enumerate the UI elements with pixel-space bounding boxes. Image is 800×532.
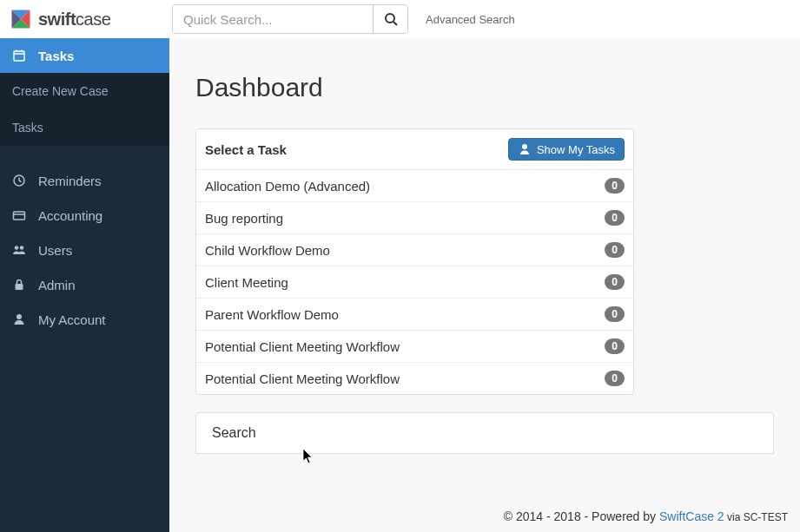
page-title: Dashboard [195, 73, 774, 102]
footer-via: via [724, 511, 744, 523]
sidebar-sub-tasks[interactable]: Tasks [0, 109, 169, 146]
task-row[interactable]: Bug reporting0 [196, 202, 633, 234]
sidebar-item-reminders[interactable]: Reminders [0, 163, 169, 198]
task-row[interactable]: Child Workflow Demo0 [196, 234, 633, 266]
sidebar-item-label: My Account [38, 312, 106, 327]
sidebar-sub-create-new-case[interactable]: Create New Case [0, 73, 169, 109]
sidebar-item-label: Accounting [38, 208, 102, 223]
quick-search-button[interactable] [373, 5, 407, 33]
clock-icon [12, 174, 26, 187]
task-row[interactable]: Client Meeting0 [196, 266, 633, 299]
user-icon [12, 312, 26, 326]
calendar-icon [12, 49, 26, 62]
logo-icon [9, 7, 33, 31]
user-icon [518, 142, 532, 156]
main-content: Dashboard Select a Task Show My Tasks Al… [169, 38, 800, 532]
svg-line-5 [393, 22, 397, 25]
sidebar-item-label: Users [38, 243, 72, 258]
show-my-tasks-button[interactable]: Show My Tasks [508, 138, 625, 161]
sidebar-item-label: Reminders [38, 174, 102, 188]
sidebar: Tasks Create New Case Tasks Reminders Ac… [0, 38, 169, 532]
advanced-search-link[interactable]: Advanced Search [426, 13, 515, 26]
panel-title: Select a Task [205, 142, 287, 157]
footer-copyright: © 2014 - 2018 - Powered by [504, 509, 659, 523]
task-count-badge: 0 [605, 306, 625, 322]
task-label: Child Workflow Demo [205, 243, 330, 258]
footer: © 2014 - 2018 - Powered by SwiftCase 2 v… [504, 509, 788, 523]
quick-search-group [172, 4, 408, 34]
task-row[interactable]: Allocation Demo (Advanced)0 [196, 170, 633, 202]
footer-host: SC-TEST [744, 511, 788, 523]
task-row[interactable]: Potential Client Meeting Workflow0 [196, 363, 633, 394]
task-row[interactable]: Parent Workflow Demo0 [196, 299, 633, 331]
svg-rect-17 [16, 284, 23, 290]
svg-point-16 [20, 246, 24, 250]
quick-search-input[interactable] [173, 5, 373, 33]
svg-line-12 [19, 181, 22, 182]
svg-point-4 [386, 14, 394, 23]
logo-text: swiftcase [38, 10, 110, 30]
task-panel: Select a Task Show My Tasks Allocation D… [195, 128, 634, 395]
sidebar-item-accounting[interactable]: Accounting [0, 198, 169, 233]
sidebar-item-users[interactable]: Users [0, 233, 169, 267]
button-label: Show My Tasks [537, 143, 615, 156]
task-count-badge: 0 [605, 178, 625, 194]
sidebar-item-label: Tasks [38, 49, 74, 63]
task-label: Potential Client Meeting Workflow [205, 371, 400, 386]
search-panel: Search [195, 412, 774, 454]
credit-card-icon [12, 208, 26, 222]
task-count-badge: 0 [605, 338, 625, 354]
task-row[interactable]: Potential Client Meeting Workflow0 [196, 331, 633, 363]
task-count-badge: 0 [605, 274, 625, 290]
search-icon [384, 12, 398, 26]
svg-point-15 [15, 246, 19, 250]
svg-rect-6 [14, 51, 24, 61]
task-count-badge: 0 [605, 210, 625, 226]
task-label: Potential Client Meeting Workflow [205, 339, 400, 354]
lock-icon [12, 278, 26, 292]
logo[interactable]: swiftcase [0, 7, 169, 31]
task-label: Parent Workflow Demo [205, 307, 339, 322]
sidebar-item-admin[interactable]: Admin [0, 267, 169, 302]
svg-rect-13 [14, 212, 25, 220]
sidebar-item-tasks[interactable]: Tasks [0, 38, 169, 73]
svg-point-19 [522, 144, 527, 149]
search-panel-title: Search [212, 425, 757, 441]
svg-point-18 [17, 314, 22, 319]
sidebar-item-label: Admin [38, 278, 76, 292]
task-label: Bug reporting [205, 211, 283, 226]
task-count-badge: 0 [605, 371, 625, 386]
task-label: Allocation Demo (Advanced) [205, 179, 370, 194]
users-icon [12, 243, 26, 257]
task-label: Client Meeting [205, 275, 288, 290]
sidebar-item-my-account[interactable]: My Account [0, 302, 169, 337]
footer-link[interactable]: SwiftCase 2 [659, 509, 724, 523]
task-count-badge: 0 [605, 242, 625, 258]
